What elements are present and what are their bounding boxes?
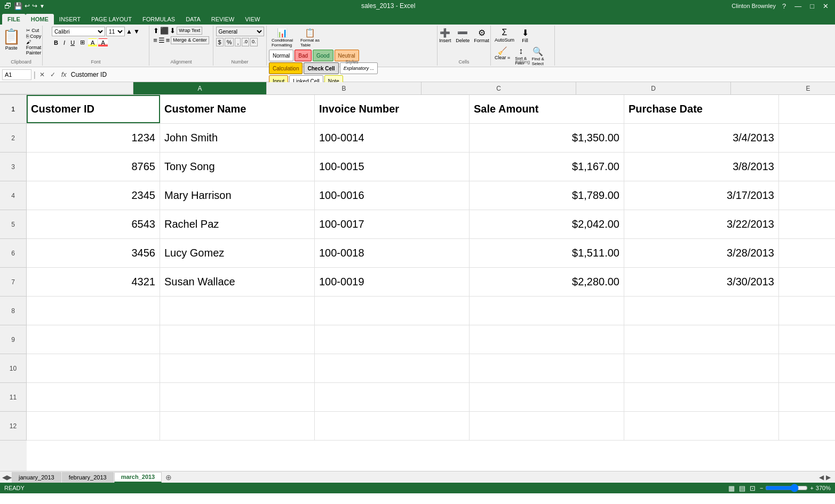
page-break-view-btn[interactable]: ⊡ xyxy=(750,484,756,492)
row-header-10[interactable]: 10 xyxy=(0,354,27,383)
align-left-btn[interactable]: ≡ xyxy=(153,36,157,44)
sheet-scroll-right[interactable]: ▶ xyxy=(7,474,12,481)
percent-btn[interactable]: % xyxy=(225,38,234,46)
paste-button[interactable]: 📋 Paste xyxy=(0,27,23,52)
cell-e9[interactable] xyxy=(624,325,779,354)
tab-review[interactable]: REVIEW xyxy=(206,14,240,25)
cell-c3[interactable]: 100-0015 xyxy=(315,153,470,181)
row-header-8[interactable]: 8 xyxy=(0,297,27,325)
cell-d7[interactable]: $2,280.00 xyxy=(470,268,624,296)
format-painter-button[interactable]: 🖌 Format Painter xyxy=(25,39,43,55)
cell-d8[interactable] xyxy=(470,297,624,325)
bold-button[interactable]: B xyxy=(52,38,60,47)
style-good[interactable]: Good xyxy=(313,50,333,61)
cell-b2[interactable]: John Smith xyxy=(160,124,315,152)
cell-b9[interactable] xyxy=(160,325,315,354)
cell-c2[interactable]: 100-0014 xyxy=(315,124,470,152)
tab-page-layout[interactable]: PAGE LAYOUT xyxy=(86,14,137,25)
comma-btn[interactable]: , xyxy=(235,38,241,46)
tab-view[interactable]: VIEW xyxy=(240,14,265,25)
cell-b4[interactable]: Mary Harrison xyxy=(160,181,315,210)
cell-c11[interactable] xyxy=(315,383,470,411)
decrease-font-btn[interactable]: ▼ xyxy=(133,28,140,35)
format-as-table-btn[interactable]: 📋 Format asTable xyxy=(297,27,323,49)
cell-b1[interactable]: Customer Name xyxy=(160,95,315,123)
cell-d12[interactable] xyxy=(470,412,624,440)
increase-decimal-btn[interactable]: .0 xyxy=(242,38,249,46)
style-calculation[interactable]: Calculation xyxy=(269,62,303,74)
cell-e3[interactable]: 3/8/2013 xyxy=(624,153,779,181)
border-button[interactable]: ⊞ xyxy=(78,38,87,47)
cell-a8[interactable] xyxy=(27,297,160,325)
row-header-6[interactable]: 6 xyxy=(0,239,27,268)
cell-a7[interactable]: 4321 xyxy=(27,268,160,296)
normal-view-btn[interactable]: ▦ xyxy=(728,484,735,492)
cell-b12[interactable] xyxy=(160,412,315,440)
sheet-tab-march[interactable]: march_2013 xyxy=(114,472,162,483)
help-btn[interactable]: ? xyxy=(780,2,788,10)
quick-access-more[interactable]: ▼ xyxy=(39,3,45,9)
style-normal[interactable]: Normal xyxy=(269,50,293,61)
underline-button[interactable]: U xyxy=(68,38,77,47)
align-middle-btn[interactable]: ⬛ xyxy=(160,27,169,35)
align-top-btn[interactable]: ⬆ xyxy=(153,27,159,35)
sheet-tab-january[interactable]: january_2013 xyxy=(12,472,61,483)
cell-a1[interactable]: Customer ID xyxy=(27,95,160,123)
cell-d10[interactable] xyxy=(470,354,624,382)
wrap-text-btn[interactable]: Wrap Text xyxy=(177,27,202,35)
increase-font-btn[interactable]: ▲ xyxy=(126,28,132,35)
cell-b6[interactable]: Lucy Gomez xyxy=(160,239,315,267)
autosum-btn[interactable]: Σ AutoSum xyxy=(493,27,516,44)
formula-cancel-btn[interactable]: ✕ xyxy=(38,71,46,78)
formula-input[interactable] xyxy=(71,69,833,80)
zoom-in-btn[interactable]: + xyxy=(810,485,813,491)
maximize-btn[interactable]: □ xyxy=(808,2,816,10)
row-header-12[interactable]: 12 xyxy=(0,412,27,441)
row-header-1[interactable]: 1 xyxy=(0,95,27,124)
cell-reference-box[interactable] xyxy=(2,69,31,80)
cell-e1[interactable]: Purchase Date xyxy=(624,95,779,123)
cell-e6[interactable]: 3/28/2013 xyxy=(624,239,779,267)
cell-d4[interactable]: $1,789.00 xyxy=(470,181,624,210)
cell-a10[interactable] xyxy=(27,354,160,382)
align-right-btn[interactable]: ≡ xyxy=(166,36,170,44)
row-header-9[interactable]: 9 xyxy=(0,325,27,354)
font-color-button[interactable]: A xyxy=(98,38,107,47)
style-check-cell[interactable]: Check Cell xyxy=(304,62,338,74)
cell-a11[interactable] xyxy=(27,383,160,411)
cell-b3[interactable]: Tony Song xyxy=(160,153,315,181)
cell-d1[interactable]: Sale Amount xyxy=(470,95,624,123)
tab-file[interactable]: FILE xyxy=(2,14,26,25)
cell-c4[interactable]: 100-0016 xyxy=(315,181,470,210)
formula-confirm-btn[interactable]: ✓ xyxy=(49,71,57,78)
fill-color-button[interactable]: A xyxy=(88,38,97,47)
col-header-c[interactable]: C xyxy=(422,82,576,94)
col-header-a[interactable]: A xyxy=(133,82,267,94)
cell-e12[interactable] xyxy=(624,412,779,440)
close-btn[interactable]: ✕ xyxy=(821,2,831,10)
cell-b7[interactable]: Susan Wallace xyxy=(160,268,315,296)
cell-a4[interactable]: 2345 xyxy=(27,181,160,210)
sheet-scroll-left[interactable]: ◀ xyxy=(2,474,7,481)
cell-e11[interactable] xyxy=(624,383,779,411)
cell-b8[interactable] xyxy=(160,297,315,325)
clear-btn[interactable]: 🧹 Clear = xyxy=(493,45,512,61)
row-header-3[interactable]: 3 xyxy=(0,153,27,181)
italic-button[interactable]: I xyxy=(61,38,67,47)
quick-access-undo[interactable]: ↩ xyxy=(25,2,30,10)
find-select-btn[interactable]: 🔍 Find &Select xyxy=(530,45,546,67)
minimize-btn[interactable]: — xyxy=(792,2,804,10)
copy-button[interactable]: ⎘ Copy xyxy=(25,34,43,39)
cell-e4[interactable]: 3/17/2013 xyxy=(624,181,779,210)
tab-data[interactable]: DATA xyxy=(180,14,206,25)
cell-b11[interactable] xyxy=(160,383,315,411)
zoom-slider[interactable] xyxy=(765,484,808,492)
cell-c6[interactable]: 100-0018 xyxy=(315,239,470,267)
cell-d3[interactable]: $1,167.00 xyxy=(470,153,624,181)
quick-access-redo[interactable]: ↪ xyxy=(32,2,37,10)
cell-e10[interactable] xyxy=(624,354,779,382)
select-all-btn[interactable] xyxy=(0,82,133,94)
cell-c1[interactable]: Invoice Number xyxy=(315,95,470,123)
row-header-5[interactable]: 5 xyxy=(0,210,27,239)
tab-insert[interactable]: INSERT xyxy=(54,14,86,25)
